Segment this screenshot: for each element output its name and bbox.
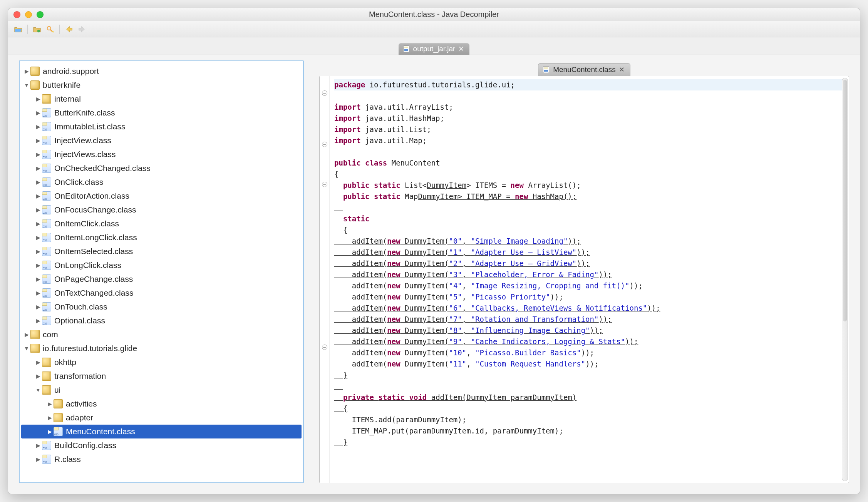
tree-node[interactable]: InjectViews.class	[21, 147, 302, 161]
tree-node[interactable]: InjectView.class	[21, 134, 302, 147]
scrollbar-thumb[interactable]	[843, 80, 847, 321]
open-file-button[interactable]	[13, 24, 23, 35]
jar-file-icon	[402, 45, 410, 53]
fold-gutter[interactable]: – – – –	[320, 76, 330, 483]
svg-rect-6	[544, 70, 548, 72]
package-icon	[54, 413, 63, 422]
class-file-icon	[42, 441, 51, 450]
editor-tab-label: MenuContent.class	[553, 65, 616, 74]
class-file-icon	[42, 108, 51, 117]
tree-node[interactable]: OnTouch.class	[21, 300, 302, 314]
class-file-icon	[42, 455, 51, 464]
tree-node[interactable]: OnTextChanged.class	[21, 286, 302, 300]
toolbar-separator	[59, 25, 60, 34]
tree-node-selected[interactable]: MenuContent.class	[21, 425, 302, 438]
nav-back-button[interactable]	[64, 24, 74, 35]
editor-tab[interactable]: MenuContent.class ✕	[538, 63, 630, 76]
svg-rect-3	[404, 49, 408, 51]
tree-node[interactable]: android.support	[21, 64, 302, 78]
package-icon	[54, 399, 63, 408]
package-icon	[42, 94, 51, 104]
class-file-icon	[54, 427, 63, 436]
svg-point-0	[37, 29, 40, 32]
toolbar-separator	[27, 25, 28, 34]
package-icon	[30, 330, 40, 339]
class-file-icon	[42, 177, 51, 187]
fold-toggle[interactable]: –	[322, 182, 327, 187]
tree-node[interactable]: okhttp	[21, 355, 302, 369]
class-file-icon	[42, 274, 51, 284]
fold-toggle[interactable]: –	[322, 90, 327, 96]
tree-node[interactable]: internal	[21, 92, 302, 106]
fold-toggle[interactable]: –	[322, 345, 327, 350]
package-icon	[30, 344, 40, 353]
class-file-icon	[42, 316, 51, 325]
tree-node[interactable]: OnClick.class	[21, 175, 302, 189]
class-file-icon	[42, 122, 51, 131]
tree-node[interactable]: OnPageChange.class	[21, 272, 302, 286]
tree-node[interactable]: OnItemClick.class	[21, 217, 302, 231]
class-file-icon	[42, 136, 51, 145]
package-icon	[30, 67, 40, 76]
toolbar	[8, 21, 860, 37]
class-file-icon	[42, 219, 51, 228]
window-controls	[13, 11, 44, 18]
jar-tab-close-icon[interactable]: ✕	[458, 45, 464, 53]
nav-forward-button[interactable]	[77, 24, 87, 35]
tree-node[interactable]: Optional.class	[21, 314, 302, 328]
tree-node[interactable]: transformation	[21, 369, 302, 383]
tree-node[interactable]: ImmutableList.class	[21, 120, 302, 134]
app-window: MenuContent.class - Java Decompiler outp…	[8, 8, 860, 494]
jar-tab-label: output_jar.jar	[413, 45, 456, 53]
package-icon	[42, 385, 51, 395]
search-button[interactable]	[45, 24, 55, 35]
package-tree[interactable]: android.support butterknife internal But…	[19, 60, 304, 483]
open-type-button[interactable]	[32, 24, 42, 35]
tree-node[interactable]: OnItemLongClick.class	[21, 231, 302, 244]
class-file-icon	[42, 150, 51, 159]
tree-node[interactable]: OnEditorAction.class	[21, 189, 302, 203]
class-file-icon	[42, 164, 51, 173]
class-file-icon	[42, 191, 51, 201]
source-code[interactable]: package io.futurestud.tutorials.glide.ui…	[330, 76, 849, 483]
class-file-icon	[42, 205, 51, 214]
editor-tabbar: MenuContent.class ✕	[319, 60, 849, 76]
class-file-icon	[42, 288, 51, 298]
tree-node[interactable]: ui	[21, 383, 302, 397]
class-file-icon	[42, 247, 51, 256]
tree-node[interactable]: com	[21, 328, 302, 341]
jar-tabbar: output_jar.jar ✕	[8, 37, 860, 55]
tree-node[interactable]: io.futurestud.tutorials.glide	[21, 341, 302, 355]
svg-rect-7	[544, 67, 548, 69]
titlebar: MenuContent.class - Java Decompiler	[8, 8, 860, 21]
jar-tab[interactable]: output_jar.jar ✕	[399, 43, 470, 55]
tree-node[interactable]: adapter	[21, 411, 302, 425]
class-file-icon	[42, 233, 51, 242]
tree-node[interactable]: OnItemSelected.class	[21, 244, 302, 258]
tree-node[interactable]: ButterKnife.class	[21, 106, 302, 120]
close-window-button[interactable]	[13, 11, 20, 18]
zoom-window-button[interactable]	[37, 11, 44, 18]
tree-node[interactable]: OnCheckedChanged.class	[21, 161, 302, 175]
fold-toggle[interactable]: –	[322, 142, 327, 147]
tree-node[interactable]: activities	[21, 397, 302, 411]
vertical-scrollbar[interactable]	[842, 78, 848, 481]
class-file-icon	[42, 261, 51, 270]
tree-node[interactable]: OnFocusChange.class	[21, 203, 302, 217]
editor-tab-close-icon[interactable]: ✕	[619, 65, 625, 74]
minimize-window-button[interactable]	[25, 11, 32, 18]
svg-rect-4	[404, 47, 408, 48]
package-icon	[30, 80, 40, 90]
window-title: MenuContent.class - Java Decompiler	[8, 10, 860, 19]
tree-node[interactable]: OnLongClick.class	[21, 258, 302, 272]
editor-pane: MenuContent.class ✕ – – – – package io.f…	[319, 60, 849, 483]
tree-node[interactable]: R.class	[21, 452, 302, 466]
class-file-icon	[542, 66, 550, 74]
tree-node[interactable]: butterknife	[21, 78, 302, 92]
tree-node[interactable]: BuildConfig.class	[21, 438, 302, 452]
package-icon	[42, 358, 51, 367]
code-viewer[interactable]: – – – – package io.futurestud.tutorials.…	[319, 76, 849, 483]
svg-point-1	[47, 26, 51, 30]
main-area: android.support butterknife internal But…	[8, 55, 860, 494]
class-file-icon	[42, 302, 51, 311]
